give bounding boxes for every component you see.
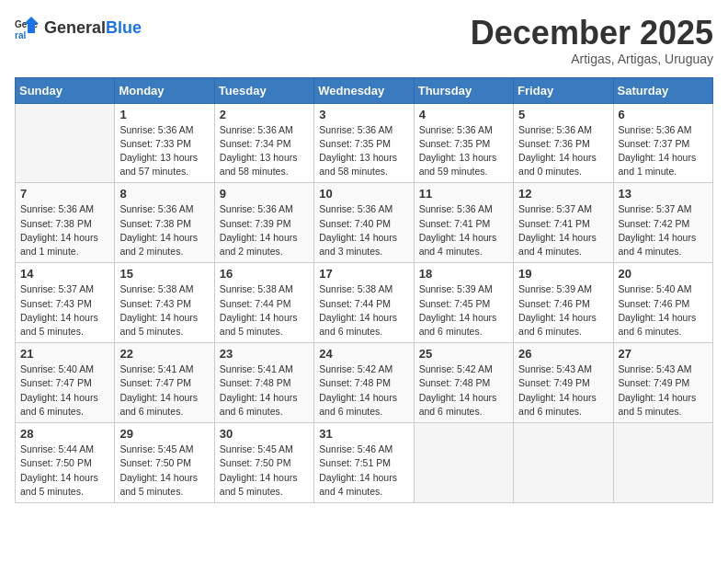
weekday-header-wednesday: Wednesday [314,77,414,103]
day-number: 1 [119,108,209,121]
calendar-cell: 30Sunrise: 5:45 AM Sunset: 7:50 PM Dayli… [214,423,313,503]
calendar-cell: 20Sunrise: 5:40 AM Sunset: 7:46 PM Dayli… [613,263,712,343]
day-info: Sunrise: 5:39 AM Sunset: 7:45 PM Dayligh… [419,282,508,339]
day-number: 26 [518,347,608,361]
day-info: Sunrise: 5:39 AM Sunset: 7:46 PM Dayligh… [518,282,608,339]
day-number: 2 [220,108,309,121]
calendar-cell: 11Sunrise: 5:36 AM Sunset: 7:41 PM Dayli… [414,183,513,263]
day-number: 4 [419,108,508,121]
day-info: Sunrise: 5:36 AM Sunset: 7:41 PM Dayligh… [419,202,508,259]
day-number: 22 [119,347,209,361]
calendar-cell: 1Sunrise: 5:36 AM Sunset: 7:33 PM Daylig… [115,103,214,183]
day-number: 25 [419,347,508,361]
day-number: 3 [319,108,408,121]
calendar-cell: 18Sunrise: 5:39 AM Sunset: 7:45 PM Dayli… [414,263,513,343]
calendar-cell: 31Sunrise: 5:46 AM Sunset: 7:51 PM Dayli… [314,423,414,503]
logo-text-blue: Blue [106,18,142,38]
calendar-cell: 8Sunrise: 5:36 AM Sunset: 7:38 PM Daylig… [115,183,214,263]
logo-text-general: General [44,18,106,38]
month-title: December 2025 [471,15,713,52]
day-info: Sunrise: 5:36 AM Sunset: 7:40 PM Dayligh… [319,202,408,259]
calendar-cell: 24Sunrise: 5:42 AM Sunset: 7:48 PM Dayli… [314,343,414,423]
day-info: Sunrise: 5:36 AM Sunset: 7:37 PM Dayligh… [619,123,708,179]
day-info: Sunrise: 5:38 AM Sunset: 7:44 PM Dayligh… [220,282,309,339]
day-info: Sunrise: 5:37 AM Sunset: 7:42 PM Dayligh… [619,202,708,259]
day-number: 29 [119,427,209,441]
weekday-header-saturday: Saturday [613,77,712,103]
week-row-2: 7Sunrise: 5:36 AM Sunset: 7:38 PM Daylig… [16,183,713,263]
day-number: 17 [319,267,408,281]
day-info: Sunrise: 5:38 AM Sunset: 7:44 PM Dayligh… [319,282,408,339]
weekday-header-thursday: Thursday [414,77,513,103]
calendar-cell: 10Sunrise: 5:36 AM Sunset: 7:40 PM Dayli… [314,183,414,263]
calendar-cell: 3Sunrise: 5:36 AM Sunset: 7:35 PM Daylig… [314,103,414,183]
calendar-cell: 25Sunrise: 5:42 AM Sunset: 7:48 PM Dayli… [414,343,513,423]
logo: Gene ral General Blue [15,15,142,40]
day-number: 12 [518,187,608,201]
day-info: Sunrise: 5:36 AM Sunset: 7:36 PM Dayligh… [518,123,608,179]
day-info: Sunrise: 5:46 AM Sunset: 7:51 PM Dayligh… [319,442,408,499]
calendar-table: SundayMondayTuesdayWednesdayThursdayFrid… [15,77,713,503]
calendar-cell: 14Sunrise: 5:37 AM Sunset: 7:43 PM Dayli… [16,263,115,343]
calendar-cell: 9Sunrise: 5:36 AM Sunset: 7:39 PM Daylig… [214,183,313,263]
day-info: Sunrise: 5:36 AM Sunset: 7:38 PM Dayligh… [20,202,109,259]
calendar-cell [613,423,712,503]
weekday-header-sunday: Sunday [16,77,115,103]
day-number: 7 [20,187,109,201]
weekday-header-row: SundayMondayTuesdayWednesdayThursdayFrid… [16,77,713,103]
day-info: Sunrise: 5:38 AM Sunset: 7:43 PM Dayligh… [119,282,209,339]
day-info: Sunrise: 5:36 AM Sunset: 7:35 PM Dayligh… [419,123,508,179]
day-info: Sunrise: 5:43 AM Sunset: 7:49 PM Dayligh… [518,362,608,419]
day-number: 28 [20,427,109,441]
calendar-cell: 28Sunrise: 5:44 AM Sunset: 7:50 PM Dayli… [16,423,115,503]
day-info: Sunrise: 5:41 AM Sunset: 7:47 PM Dayligh… [119,362,209,419]
day-info: Sunrise: 5:45 AM Sunset: 7:50 PM Dayligh… [220,442,309,499]
day-number: 15 [119,267,209,281]
svg-text:ral: ral [15,30,26,40]
calendar-cell: 19Sunrise: 5:39 AM Sunset: 7:46 PM Dayli… [514,263,613,343]
calendar-cell: 26Sunrise: 5:43 AM Sunset: 7:49 PM Dayli… [514,343,613,423]
calendar-cell: 29Sunrise: 5:45 AM Sunset: 7:50 PM Dayli… [115,423,214,503]
calendar-cell: 17Sunrise: 5:38 AM Sunset: 7:44 PM Dayli… [314,263,414,343]
week-row-3: 14Sunrise: 5:37 AM Sunset: 7:43 PM Dayli… [16,263,713,343]
weekday-header-tuesday: Tuesday [214,77,313,103]
day-info: Sunrise: 5:42 AM Sunset: 7:48 PM Dayligh… [419,362,508,419]
day-number: 8 [119,187,209,201]
calendar-cell: 16Sunrise: 5:38 AM Sunset: 7:44 PM Dayli… [214,263,313,343]
calendar-cell: 21Sunrise: 5:40 AM Sunset: 7:47 PM Dayli… [16,343,115,423]
day-number: 9 [220,187,309,201]
calendar-cell: 4Sunrise: 5:36 AM Sunset: 7:35 PM Daylig… [414,103,513,183]
day-number: 23 [220,347,309,361]
location-subtitle: Artigas, Artigas, Uruguay [471,52,713,66]
calendar-cell: 6Sunrise: 5:36 AM Sunset: 7:37 PM Daylig… [613,103,712,183]
logo-icon: Gene ral [15,15,40,40]
day-info: Sunrise: 5:36 AM Sunset: 7:34 PM Dayligh… [220,123,309,179]
weekday-header-friday: Friday [514,77,613,103]
day-number: 11 [419,187,508,201]
day-info: Sunrise: 5:36 AM Sunset: 7:38 PM Dayligh… [119,202,209,259]
calendar-cell: 13Sunrise: 5:37 AM Sunset: 7:42 PM Dayli… [613,183,712,263]
week-row-5: 28Sunrise: 5:44 AM Sunset: 7:50 PM Dayli… [16,423,713,503]
day-number: 20 [619,267,708,281]
day-number: 30 [220,427,309,441]
day-info: Sunrise: 5:43 AM Sunset: 7:49 PM Dayligh… [619,362,708,419]
calendar-title-area: December 2025 Artigas, Artigas, Uruguay [471,15,713,66]
day-info: Sunrise: 5:36 AM Sunset: 7:35 PM Dayligh… [319,123,408,179]
day-number: 16 [220,267,309,281]
page-header: Gene ral General Blue December 2025 Arti… [15,15,713,66]
calendar-cell [414,423,513,503]
day-info: Sunrise: 5:37 AM Sunset: 7:41 PM Dayligh… [518,202,608,259]
day-number: 31 [319,427,408,441]
day-info: Sunrise: 5:41 AM Sunset: 7:48 PM Dayligh… [220,362,309,419]
calendar-cell: 22Sunrise: 5:41 AM Sunset: 7:47 PM Dayli… [115,343,214,423]
day-info: Sunrise: 5:45 AM Sunset: 7:50 PM Dayligh… [119,442,209,499]
day-info: Sunrise: 5:44 AM Sunset: 7:50 PM Dayligh… [20,442,109,499]
weekday-header-monday: Monday [115,77,214,103]
calendar-cell [16,103,115,183]
week-row-4: 21Sunrise: 5:40 AM Sunset: 7:47 PM Dayli… [16,343,713,423]
calendar-cell: 27Sunrise: 5:43 AM Sunset: 7:49 PM Dayli… [613,343,712,423]
day-number: 13 [619,187,708,201]
day-info: Sunrise: 5:37 AM Sunset: 7:43 PM Dayligh… [20,282,109,339]
day-number: 14 [20,267,109,281]
calendar-cell: 12Sunrise: 5:37 AM Sunset: 7:41 PM Dayli… [514,183,613,263]
